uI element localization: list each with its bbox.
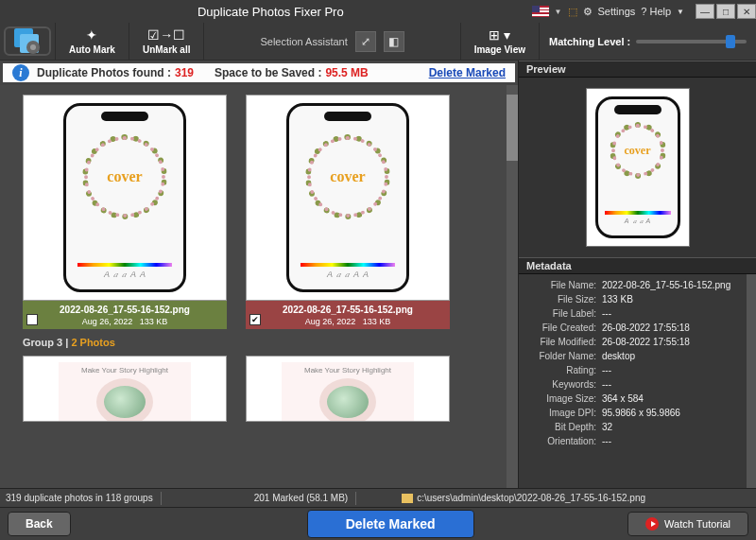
tile-checkbox[interactable]	[26, 314, 38, 325]
metadata-row: Rating:---	[519, 363, 747, 377]
metadata-row: Image Size:364 x 584	[519, 392, 747, 406]
space-label: Space to be Saved :	[215, 66, 321, 79]
slider-thumb[interactable]	[726, 35, 735, 48]
delete-marked-link[interactable]: Delete Marked	[429, 66, 506, 79]
grid-icon: ⊞ ▾	[489, 27, 510, 43]
image-view-button[interactable]: ⊞ ▾ Image View	[460, 23, 539, 60]
selection-eraser-button[interactable]: ◧	[384, 31, 404, 52]
metadata-row: File Size:133 KB	[519, 292, 747, 306]
metadata-row: File Name:2022-08-26_17-55-16-152.png	[519, 278, 747, 292]
status-marked: 201 Marked (58.1 MB)	[254, 493, 349, 503]
photo-tile[interactable]: Make Your Story Highlight	[246, 356, 450, 422]
photo-thumbnail[interactable]: cover A𝑎𝑎AA	[246, 95, 450, 301]
help-menu[interactable]: ? Help	[641, 6, 671, 17]
svg-point-3	[30, 44, 36, 50]
metadata-header: Metadata	[519, 257, 756, 274]
matching-level-label: Matching Level :	[549, 36, 630, 47]
settings-gear-icon[interactable]: ⚙	[583, 6, 593, 18]
flag-dropdown-icon[interactable]: ▼	[555, 8, 562, 16]
vertical-scrollbar[interactable]	[507, 85, 518, 488]
photo-tile[interactable]: Make Your Story Highlight	[23, 356, 227, 422]
help-dropdown-icon[interactable]: ▼	[677, 8, 684, 16]
maximize-button[interactable]: □	[716, 4, 735, 19]
metadata-row: Folder Name:desktop	[519, 349, 747, 363]
play-icon	[645, 517, 659, 531]
metadata-list: File Name:2022-08-26_17-55-16-152.pngFil…	[519, 274, 747, 488]
metadata-row: Image DPI:95.9866 x 95.9866	[519, 406, 747, 420]
auto-mark-button[interactable]: ✦ Auto Mark	[55, 23, 129, 60]
app-title: Duplicate Photos Fixer Pro	[9, 5, 532, 19]
language-flag-icon[interactable]	[532, 6, 549, 17]
delete-marked-button[interactable]: Delete Marked	[307, 510, 474, 538]
photo-thumbnail[interactable]: cover A𝑎𝑎AA	[23, 95, 227, 301]
status-bar: 319 duplicate photos in 118 groups 201 M…	[0, 488, 756, 507]
found-label: Duplicate Photos found :	[37, 66, 171, 79]
metadata-row: Bit Depth:32	[519, 420, 747, 434]
unmark-icon: ☑→☐	[147, 27, 185, 43]
preview-area: cover A𝑎𝑎A	[519, 78, 756, 257]
metadata-row: Keywords:---	[519, 377, 747, 392]
tile-checkbox[interactable]: ✔	[249, 314, 261, 325]
space-value: 95.5 MB	[325, 66, 368, 79]
selection-expand-button[interactable]: ⤢	[355, 31, 376, 52]
tile-filename: 2022-08-26_17-55-16-152.png	[60, 305, 190, 315]
matching-level-slider[interactable]	[636, 40, 747, 44]
folder-icon	[402, 494, 413, 503]
metadata-row: File Label:---	[519, 306, 747, 321]
group-header: Group 3 | 2 Photos	[6, 333, 512, 352]
photo-tile[interactable]: cover A𝑎𝑎AA 2022-08-26_17-55-16-152.png …	[246, 95, 450, 329]
found-count: 319	[175, 66, 194, 79]
status-groups: 319 duplicate photos in 118 groups	[6, 493, 153, 503]
settings-menu[interactable]: Settings	[598, 6, 636, 17]
metadata-row: Orientation:---	[519, 434, 747, 448]
tile-filename: 2022-08-26_17-55-16-152.png	[283, 305, 413, 315]
status-path: c:\users\admin\desktop\2022-08-26_17-55-…	[417, 493, 645, 503]
selection-assistant-label: Selection Assistant	[260, 36, 347, 47]
wand-icon: ✦	[86, 27, 97, 43]
preview-header: Preview	[519, 61, 756, 78]
unmark-all-button[interactable]: ☑→☐ UnMark all	[129, 23, 204, 60]
watch-tutorial-button[interactable]: Watch Tutorial	[627, 512, 748, 536]
metadata-row: File Modified:26-08-2022 17:55:18	[519, 335, 747, 349]
back-button[interactable]: Back	[8, 512, 71, 536]
close-button[interactable]: ✕	[737, 4, 756, 19]
app-logo	[4, 26, 51, 56]
metadata-scrollbar[interactable]	[747, 274, 756, 488]
minimize-button[interactable]: —	[696, 4, 714, 19]
info-icon: i	[12, 64, 29, 81]
notification-icon[interactable]: ⬚	[568, 6, 577, 18]
photo-tile[interactable]: cover A𝑎𝑎AA 2022-08-26_17-55-16-152.png …	[23, 95, 227, 329]
metadata-row: File Created:26-08-2022 17:55:18	[519, 321, 747, 335]
matching-level-control: Matching Level :	[539, 23, 756, 60]
